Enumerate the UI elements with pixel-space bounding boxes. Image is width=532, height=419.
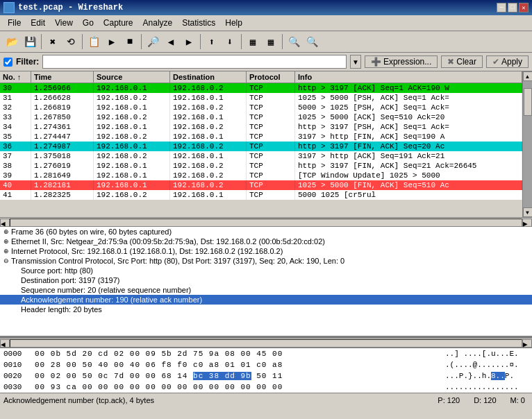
col-dest[interactable]: Destination bbox=[170, 71, 247, 83]
detail-ethernet[interactable]: ⊕ Ethernet II, Src: Netgear_2d:75:9a (00… bbox=[0, 237, 532, 246]
prev-btn[interactable]: ◀ bbox=[163, 33, 179, 50]
eth-expand-icon[interactable]: ⊕ bbox=[3, 238, 9, 245]
scroll-thumb[interactable] bbox=[524, 88, 532, 116]
hscroll-right[interactable]: ▶ bbox=[522, 219, 532, 227]
ip-expand-icon[interactable]: ⊕ bbox=[3, 248, 9, 255]
packet-details: ⊕ Frame 36 (60 bytes on wire, 60 bytes c… bbox=[0, 227, 532, 338]
scroll-down[interactable]: ▼ bbox=[523, 207, 533, 217]
tcp-field[interactable]: Header length: 20 bytes bbox=[0, 305, 532, 314]
colorize-btn[interactable]: ▦ bbox=[244, 33, 261, 50]
menu-file[interactable]: File bbox=[3, 17, 25, 29]
menu-edit[interactable]: Edit bbox=[26, 17, 49, 29]
window-title: test.pcap - Wireshark bbox=[18, 3, 123, 12]
auto-scroll-btn[interactable]: ▦ bbox=[263, 33, 279, 50]
packet-row[interactable]: 331.267850192.168.0.2192.168.0.1TCP1025 … bbox=[0, 112, 522, 122]
packet-list-container: No. Time Source Destination Protocol Inf… bbox=[0, 71, 532, 217]
menu-go[interactable]: Go bbox=[78, 17, 98, 29]
toolbar-sep bbox=[282, 34, 283, 49]
detail-frame[interactable]: ⊕ Frame 36 (60 bytes on wire, 60 bytes c… bbox=[0, 227, 532, 237]
col-info[interactable]: Info bbox=[295, 71, 522, 83]
status-p: P: 120 bbox=[434, 396, 463, 404]
menu-help[interactable]: Help bbox=[221, 17, 247, 29]
open-btn[interactable]: 📂 bbox=[3, 33, 20, 50]
tcp-field[interactable]: Sequence number: 20 (relative sequence n… bbox=[0, 285, 532, 295]
toolbar-sep bbox=[200, 34, 201, 49]
zoom-in-btn[interactable]: 🔍 bbox=[285, 33, 302, 50]
restart-btn[interactable]: ⟲ bbox=[63, 33, 79, 50]
title-bar: test.pcap - Wireshark — □ ✕ bbox=[0, 0, 532, 15]
tcp-expand-icon[interactable]: ⊖ bbox=[3, 257, 9, 264]
packet-row[interactable]: 351.274447192.168.0.2192.168.0.1TCP3197 … bbox=[0, 132, 522, 142]
app-icon bbox=[3, 2, 15, 13]
close-capture-btn[interactable]: ✖ bbox=[44, 33, 61, 50]
col-protocol[interactable]: Protocol bbox=[247, 71, 295, 83]
col-no[interactable]: No. bbox=[0, 71, 31, 83]
packet-row[interactable]: 411.282325192.168.0.2192.168.0.1TCP5000 … bbox=[0, 190, 522, 200]
packet-row[interactable]: 381.276019192.168.0.1192.168.0.2TCPhttp … bbox=[0, 161, 522, 171]
menu-view[interactable]: View bbox=[51, 17, 77, 29]
status-right: P: 120 D: 120 M: 0 bbox=[434, 396, 529, 404]
menu-bar: FileEditViewGoCaptureAnalyzeStatisticsHe… bbox=[0, 15, 532, 31]
packet-row[interactable]: 341.274361192.168.0.1192.168.0.2TCPhttp … bbox=[0, 122, 522, 132]
packet-row[interactable]: 391.281649192.168.0.1192.168.0.2TCP[TCP … bbox=[0, 171, 522, 180]
packet-row[interactable]: 371.375018192.168.0.2192.168.0.1TCP3197 … bbox=[0, 151, 522, 161]
detail-ip[interactable]: ⊕ Internet Protocol, Src: 192.168.0.1 (1… bbox=[0, 246, 532, 256]
menu-statistics[interactable]: Statistics bbox=[178, 17, 219, 29]
minimize-button[interactable]: — bbox=[497, 3, 506, 12]
apply-button[interactable]: ✔ Apply bbox=[486, 55, 529, 68]
filter-input[interactable] bbox=[42, 55, 347, 69]
details-hscroll[interactable]: ◀ ▶ bbox=[0, 338, 532, 348]
hex-view: 000000 0b 5d 20 cd 02 00 09 5b 2d 75 9a … bbox=[0, 348, 532, 393]
packet-list-scrollbar[interactable]: ▲ ▼ bbox=[522, 71, 532, 217]
hscroll-left[interactable]: ◀ bbox=[0, 219, 10, 227]
tcp-field[interactable]: Acknowledgement number: 190 (relative ac… bbox=[0, 295, 532, 305]
zoom-out-btn[interactable]: 🔍 bbox=[304, 33, 320, 50]
col-source[interactable]: Source bbox=[94, 71, 170, 83]
tcp-field[interactable]: Destination port: 3197 (3197) bbox=[0, 275, 532, 285]
start-btn[interactable]: ▶ bbox=[103, 33, 120, 50]
go-first-btn[interactable]: ⬆ bbox=[203, 33, 220, 50]
filter-dropdown[interactable]: ▼ bbox=[350, 55, 361, 69]
filter-checkbox[interactable] bbox=[3, 58, 13, 67]
expression-button[interactable]: ➕ Expression... bbox=[365, 55, 438, 68]
toolbar-sep bbox=[141, 34, 142, 49]
packet-list-scroll[interactable]: No. Time Source Destination Protocol Inf… bbox=[0, 71, 532, 217]
save-btn[interactable]: 💾 bbox=[22, 33, 38, 50]
packet-row[interactable]: 311.266628192.168.0.2192.168.0.1TCP1025 … bbox=[0, 93, 522, 103]
details-hscroll-right[interactable]: ▶ bbox=[522, 339, 532, 348]
menu-capture[interactable]: Capture bbox=[99, 17, 138, 29]
frame-expand-icon[interactable]: ⊕ bbox=[3, 228, 9, 235]
close-button[interactable]: ✕ bbox=[519, 3, 529, 12]
scroll-up[interactable]: ▲ bbox=[523, 71, 533, 81]
status-d: D: 120 bbox=[470, 396, 499, 404]
col-time[interactable]: Time bbox=[31, 71, 94, 83]
packet-row[interactable]: 321.266819192.168.0.1192.168.0.2TCP5000 … bbox=[0, 103, 522, 112]
packet-list-hscroll[interactable]: ◀ ▶ bbox=[0, 217, 532, 227]
clear-button[interactable]: ✖ Clear bbox=[441, 55, 483, 68]
filter-label: Filter: bbox=[16, 57, 39, 67]
next-btn[interactable]: ▶ bbox=[181, 33, 197, 50]
hex-row: 002000 02 00 50 0c 7d 00 00 68 14 bc 38 … bbox=[0, 370, 532, 382]
maximize-button[interactable]: □ bbox=[508, 3, 517, 12]
packet-row[interactable]: 361.274987192.168.0.1192.168.0.2TCPhttp … bbox=[0, 142, 522, 151]
hex-row: 003000 93 ca 00 00 00 00 00 00 00 00 00 … bbox=[0, 382, 532, 393]
details-hscroll-track[interactable] bbox=[10, 339, 522, 348]
packet-row[interactable]: 401.282181192.168.0.1192.168.0.2TCP1025 … bbox=[0, 180, 522, 190]
find-btn[interactable]: 🔎 bbox=[144, 33, 161, 50]
toolbar-sep bbox=[241, 34, 242, 49]
hex-row: 000000 0b 5d 20 cd 02 00 09 5b 2d 75 9a … bbox=[0, 348, 532, 359]
tcp-field[interactable]: Source port: http (80) bbox=[0, 266, 532, 275]
scroll-track[interactable] bbox=[523, 81, 533, 207]
options-btn[interactable]: 📋 bbox=[85, 33, 102, 50]
toolbar-sep bbox=[82, 34, 83, 49]
go-last-btn[interactable]: ⬇ bbox=[222, 33, 238, 50]
details-hscroll-left[interactable]: ◀ bbox=[0, 339, 10, 348]
toolbar: 📂💾✖⟲📋▶■🔎◀▶⬆⬇▦▦🔍🔍 bbox=[0, 31, 532, 53]
hscroll-track[interactable] bbox=[10, 219, 522, 227]
menu-analyze[interactable]: Analyze bbox=[139, 17, 177, 29]
packet-row[interactable]: 301.256966192.168.0.1192.168.0.2TCPhttp … bbox=[0, 83, 522, 93]
detail-tcp[interactable]: ⊖ Transmission Control Protocol, Src Por… bbox=[0, 256, 532, 266]
toolbar-sep bbox=[41, 34, 42, 49]
packet-list-header: No. Time Source Destination Protocol Inf… bbox=[0, 71, 522, 83]
stop-btn[interactable]: ■ bbox=[122, 33, 138, 50]
